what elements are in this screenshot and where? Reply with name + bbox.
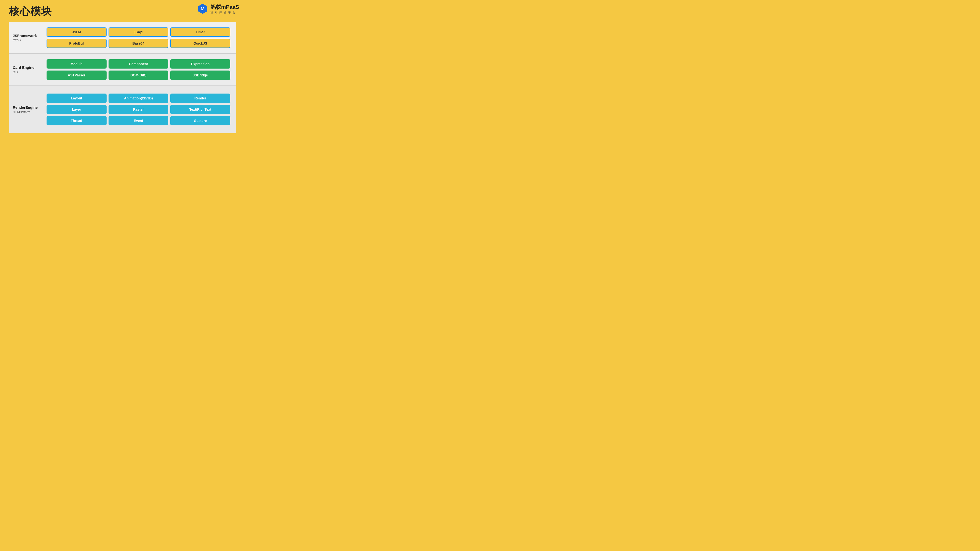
section-name-renderengine: RenderEngine [13, 105, 45, 110]
btn-expression[interactable]: Expression [170, 59, 230, 68]
diagram: JSFramework C/C++ JSFM JSApi Timer Proto… [9, 22, 236, 133]
btn-thread[interactable]: Thread [46, 116, 107, 125]
btn-domdiff[interactable]: DOM(Diff) [108, 70, 169, 80]
btn-layer[interactable]: Layer [46, 105, 107, 114]
logo-sub-text: 移 动 开 发 平 台 [210, 11, 239, 14]
btn-layout[interactable]: Layout [46, 94, 107, 103]
mpaas-logo-icon: M [197, 3, 208, 15]
btn-render[interactable]: Render [170, 94, 230, 103]
logo-text-block: 蚂蚁mPaaS 移 动 开 发 平 台 [210, 3, 239, 14]
btn-jsfm[interactable]: JSFM [46, 27, 107, 37]
btn-astparser[interactable]: ASTParser [46, 70, 107, 80]
section-label-renderengine: RenderEngine C++/Platform [13, 105, 45, 114]
section-jsframework: JSFramework C/C++ JSFM JSApi Timer Proto… [9, 22, 236, 54]
logo-area: M 蚂蚁mPaaS 移 动 开 发 平 台 [197, 3, 239, 15]
section-name-cardengine: Card Engine [13, 65, 45, 70]
section-lang-cardengine: C++ [13, 70, 45, 74]
section-lang-renderengine: C++/Platform [13, 110, 45, 114]
btn-jsapi[interactable]: JSApi [108, 27, 169, 37]
btn-component[interactable]: Component [108, 59, 169, 68]
section-cardengine: Card Engine C++ Module Component Express… [9, 54, 236, 86]
btn-module[interactable]: Module [46, 59, 107, 68]
section-label-cardengine: Card Engine C++ [13, 65, 45, 74]
btn-animation[interactable]: Animation(2D/3D) [108, 94, 169, 103]
btn-grid-jsframework: JSFM JSApi Timer ProtoBuf Base64 QuickJS [45, 27, 232, 48]
btn-base64[interactable]: Base64 [108, 39, 169, 48]
logo-main-text: 蚂蚁mPaaS [210, 3, 239, 11]
btn-protobuf[interactable]: ProtoBuf [46, 39, 107, 48]
btn-event[interactable]: Event [108, 116, 169, 125]
btn-jsbridge[interactable]: JSBridge [170, 70, 230, 80]
btn-raster[interactable]: Raster [108, 105, 169, 114]
section-renderengine: RenderEngine C++/Platform Layout Animati… [9, 86, 236, 133]
page-title: 核心模块 [9, 5, 52, 18]
btn-grid-renderengine: Layout Animation(2D/3D) Render Layer Ras… [45, 94, 232, 125]
btn-gesture[interactable]: Gesture [170, 116, 230, 125]
btn-grid-cardengine: Module Component Expression ASTParser DO… [45, 59, 232, 80]
btn-timer[interactable]: Timer [170, 27, 230, 37]
section-lang-jsframework: C/C++ [13, 39, 45, 42]
btn-richtext[interactable]: Text/RichText [170, 105, 230, 114]
section-label-jsframework: JSFramework C/C++ [13, 33, 45, 42]
svg-text:M: M [200, 6, 205, 11]
section-name-jsframework: JSFramework [13, 33, 45, 38]
btn-quickjs[interactable]: QuickJS [170, 39, 230, 48]
